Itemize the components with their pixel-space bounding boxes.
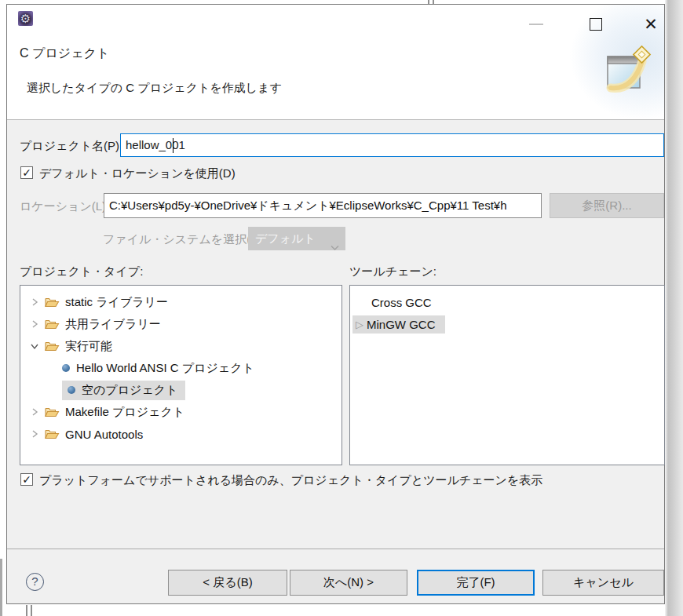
tree-item-static-library[interactable]: static ライブラリー	[20, 291, 342, 313]
background-tick	[31, 605, 32, 616]
folder-icon	[45, 297, 60, 308]
close-button[interactable]: ✕	[637, 16, 664, 33]
chevron-down-icon[interactable]	[30, 343, 39, 350]
folder-icon	[45, 406, 60, 417]
toolchain-item-cross-gcc[interactable]: Cross GCC	[350, 291, 664, 313]
tree-item-makefile-project[interactable]: Makefile プロジェクト	[20, 401, 342, 423]
finish-button[interactable]: 完了(F)	[417, 570, 535, 596]
new-c-project-dialog: ⚙ ✕ C プロジェクト 選択したタイプの C プロジェクトを作成します	[6, 4, 665, 604]
cancel-button[interactable]: キャンセル	[542, 570, 664, 596]
footer-separator	[7, 549, 664, 549]
page-subtitle: 選択したタイプの C プロジェクトを作成します	[27, 81, 282, 96]
next-button[interactable]: 次へ(N) >	[290, 570, 407, 596]
close-icon: ✕	[644, 15, 658, 34]
triangle-marker-icon: ▷	[356, 319, 363, 330]
project-template-icon	[62, 364, 70, 372]
folder-icon	[45, 341, 60, 352]
background-window-edge	[665, 0, 683, 616]
browse-button: 参照(R)...	[550, 193, 664, 218]
tree-item-label: Hello World ANSI C プロジェクト	[76, 361, 254, 376]
chevron-right-icon[interactable]	[30, 407, 39, 417]
tree-item-label: GNU Autotools	[65, 428, 143, 441]
folder-icon	[45, 428, 60, 439]
dialog-header: ⚙ ✕ C プロジェクト 選択したタイプの C プロジェクトを作成します	[7, 5, 664, 120]
project-types-panel: static ライブラリー 共用ライブラリー 実行可能 Hello World …	[20, 285, 342, 465]
location-input: C:¥Users¥pd5y-¥OneDrive¥ドキュメント¥EclipseWo…	[104, 193, 542, 218]
project-name-input[interactable]: hellow_001	[120, 133, 664, 157]
tree-item-label: 共用ライブラリー	[65, 317, 161, 332]
tree-item-empty-project[interactable]: 空のプロジェクト	[20, 379, 342, 401]
toolchain-label: Cross GCC	[371, 296, 432, 309]
new-wizard-icon	[604, 46, 655, 104]
background-window-edge	[0, 559, 2, 616]
file-system-value: デフォルト	[255, 231, 316, 245]
location-label: ロケーション(L):	[20, 199, 109, 214]
project-template-icon	[68, 386, 75, 394]
use-default-location-label[interactable]: デフォルト・ロケーションを使用(D)	[39, 166, 236, 181]
use-default-location-checkbox[interactable]: ✓	[20, 166, 33, 179]
toolchain-label: MinGW GCC	[367, 318, 436, 331]
file-system-select: デフォルト	[248, 227, 345, 250]
tree-item-label: Makefile プロジェクト	[65, 405, 184, 420]
chevron-right-icon[interactable]	[30, 429, 39, 439]
project-name-label: プロジェクト名(P):	[20, 139, 122, 154]
tree-item-label: 実行可能	[65, 339, 112, 354]
project-name-value: hellow_001	[126, 138, 185, 151]
tree-item-executable[interactable]: 実行可能	[20, 335, 342, 357]
tree-item-shared-library[interactable]: 共用ライブラリー	[20, 313, 342, 335]
text-cursor	[173, 138, 173, 153]
background-tick	[26, 605, 27, 616]
tree-item-hello-world-ansi-c[interactable]: Hello World ANSI C プロジェクト	[20, 357, 342, 379]
tree-item-label: 空のプロジェクト	[82, 383, 177, 398]
file-system-label: ファイル・システムを選択(Y):	[103, 232, 265, 247]
chevron-right-icon[interactable]	[30, 297, 39, 307]
back-button[interactable]: < 戻る(B)	[168, 570, 287, 596]
toolchain-item-mingw-gcc[interactable]: ▷ MinGW GCC	[350, 313, 664, 335]
tree-item-gnu-autotools[interactable]: GNU Autotools	[20, 423, 342, 445]
chevron-down-icon	[331, 235, 339, 259]
help-icon: ?	[31, 574, 38, 588]
maximize-button[interactable]	[582, 16, 610, 33]
location-value: C:¥Users¥pd5y-¥OneDrive¥ドキュメント¥EclipseWo…	[109, 199, 506, 212]
folder-icon	[45, 319, 60, 330]
selected-item-highlight: ▷ MinGW GCC	[352, 315, 445, 334]
toolchains-panel: Cross GCC ▷ MinGW GCC	[349, 285, 665, 465]
platform-filter-checkbox[interactable]: ✓	[20, 473, 33, 486]
toolchains-label: ツールチェーン:	[349, 264, 436, 279]
maximize-icon	[590, 18, 602, 31]
selected-item-highlight: 空のプロジェクト	[62, 381, 185, 400]
tree-item-label: static ライブラリー	[65, 295, 168, 310]
gear-icon: ⚙	[18, 11, 33, 26]
page-title: C プロジェクト	[20, 46, 109, 62]
minimize-icon	[529, 24, 543, 25]
help-button[interactable]: ?	[26, 573, 44, 591]
project-types-label: プロジェクト・タイプ:	[20, 264, 143, 279]
platform-filter-label[interactable]: プラットフォームでサポートされる場合のみ、プロジェクト・タイプとツールチェーンを…	[39, 473, 542, 488]
minimize-button	[522, 16, 550, 33]
chevron-right-icon[interactable]	[30, 319, 39, 329]
